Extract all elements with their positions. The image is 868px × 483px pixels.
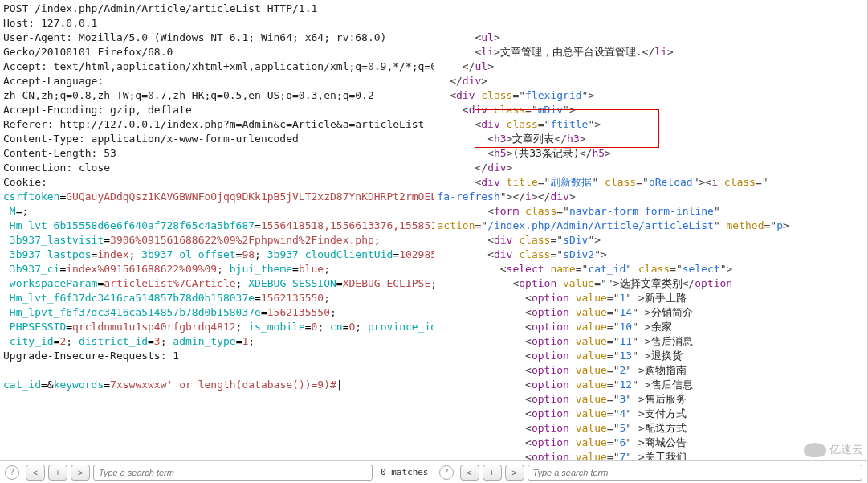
search-prev-button[interactable]: < — [26, 465, 45, 481]
request-pane: POST /index.php/Admin/Article/articleLis… — [0, 0, 434, 483]
right-footer: ? < + > — [434, 460, 868, 483]
help-icon[interactable]: ? — [5, 465, 19, 480]
request-code[interactable]: POST /index.php/Admin/Article/articleLis… — [0, 0, 434, 460]
response-code[interactable]: <ul> <li>文章管理，由总平台设置管理.</li> </ul> </div… — [434, 0, 868, 460]
search-input-right[interactable] — [528, 465, 863, 481]
response-pane: <ul> <li>文章管理，由总平台设置管理.</li> </ul> </div… — [434, 0, 869, 483]
search-plus-button[interactable]: + — [48, 465, 67, 481]
search-next-button[interactable]: > — [505, 465, 524, 481]
help-icon[interactable]: ? — [439, 465, 454, 480]
match-count-left: 0 matches — [381, 467, 429, 477]
search-prev-button[interactable]: < — [460, 465, 479, 481]
search-plus-button[interactable]: + — [483, 465, 502, 481]
left-footer: ? < + > 0 matches — [0, 460, 434, 483]
search-input-left[interactable] — [93, 465, 373, 481]
search-next-button[interactable]: > — [71, 465, 90, 481]
